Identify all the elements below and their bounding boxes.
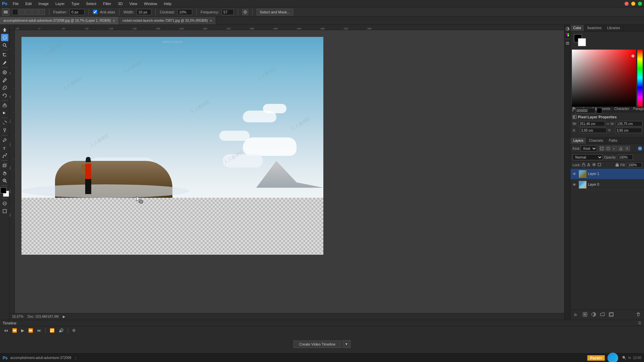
tab-document-1[interactable]: accomplishment-adult-adventure-372098.jp… [0, 17, 119, 25]
props-x-input[interactable] [580, 128, 607, 133]
antialias-checkbox[interactable] [93, 10, 97, 14]
fill-input[interactable] [627, 162, 642, 168]
tab-libraries[interactable]: Libraries [604, 25, 623, 31]
eraser-tool[interactable] [1, 102, 8, 109]
swatches-panel-icon[interactable] [565, 32, 570, 38]
layer-kind-select[interactable]: Kind [581, 145, 597, 152]
filter-shape-btn[interactable] [618, 146, 624, 151]
color-picker-fg-bg[interactable] [0, 187, 9, 197]
menu-select[interactable]: Select [85, 1, 98, 6]
tl-audio-btn[interactable]: 🔊 [57, 327, 65, 334]
screen-mode-tool[interactable] [1, 207, 8, 215]
menu-view[interactable]: View [128, 1, 139, 6]
menu-file[interactable]: File [11, 1, 20, 6]
timeline-menu-icon[interactable]: ☰ [638, 321, 641, 325]
filter-type-btn[interactable]: T [612, 146, 617, 151]
color-hex-input[interactable] [575, 108, 595, 113]
tl-settings-btn[interactable]: ⚙ [71, 327, 77, 334]
filter-adj-btn[interactable] [605, 146, 611, 151]
lock-transparent-btn[interactable] [582, 163, 585, 167]
contrast-input[interactable] [177, 9, 192, 15]
layer-adj-btn[interactable] [590, 311, 597, 318]
tab-2-close[interactable]: ✕ [210, 19, 212, 22]
layer-item-1[interactable]: 👁 Layer 1 [571, 169, 644, 179]
layer-1-name[interactable]: Layer 1 [588, 172, 642, 176]
tl-prev-btn[interactable]: ⏪ [11, 327, 18, 334]
layer-new-btn[interactable] [607, 311, 615, 318]
props-y-input[interactable] [615, 128, 642, 133]
tl-next-btn[interactable]: ⏩ [27, 327, 35, 334]
lock-image-btn[interactable] [587, 163, 591, 167]
lock-position-btn[interactable] [592, 163, 596, 167]
menu-filter[interactable]: Filter [102, 1, 112, 6]
eyedropper-tool[interactable] [1, 59, 8, 66]
tab-1-close[interactable]: ✕ [113, 19, 115, 22]
gradient-tool[interactable] [1, 109, 8, 117]
layers-panel-icon[interactable] [565, 41, 570, 46]
tab-channels[interactable]: Channels [586, 137, 606, 144]
layer-filter-toggle[interactable] [638, 146, 642, 150]
layer-1-visibility[interactable]: 👁 [573, 172, 577, 176]
layer-0-visibility[interactable]: 👁 [573, 183, 577, 187]
hand-tool[interactable] [1, 169, 8, 177]
path-select-tool[interactable] [1, 152, 8, 159]
lock-all-btn[interactable] [615, 163, 619, 167]
color-spectrum-area[interactable] [572, 50, 643, 107]
menu-help[interactable]: Help [162, 1, 173, 6]
layer-delete-btn[interactable] [635, 311, 642, 318]
tl-last-btn[interactable]: ⏭ [36, 327, 43, 334]
tray-search[interactable]: 🔍 [622, 356, 626, 360]
blur-tool[interactable] [1, 119, 8, 126]
status-arrow[interactable]: ▶ [63, 315, 65, 318]
tl-first-btn[interactable]: ⏮ [3, 327, 9, 334]
close-button[interactable] [625, 2, 629, 6]
layer-fx-btn[interactable]: fx [573, 311, 580, 318]
maximize-button[interactable] [638, 2, 642, 6]
width-input[interactable] [137, 9, 151, 15]
select-mask-button[interactable]: Select and Mask... [257, 9, 293, 15]
foreground-color-swatch[interactable] [0, 187, 6, 193]
move-tool[interactable] [1, 26, 8, 34]
create-video-timeline-btn[interactable]: Create Video Timeline [293, 341, 341, 348]
filter-smart-btn[interactable] [625, 146, 630, 151]
layer-group-btn[interactable] [599, 311, 606, 318]
fg-bg-color-boxes[interactable] [574, 34, 586, 46]
tab-swatches[interactable]: Swatches [584, 25, 604, 31]
menu-type[interactable]: Type [70, 1, 81, 6]
props-link-icon[interactable]: ∞ [606, 121, 609, 126]
dodge-tool[interactable] [1, 127, 8, 134]
tab-paths[interactable]: Paths [606, 137, 621, 144]
shape-tool[interactable] [1, 162, 8, 169]
props-h-input[interactable] [616, 121, 643, 126]
frequency-input[interactable] [222, 9, 234, 15]
menu-window[interactable]: Window [143, 1, 158, 6]
tab-color[interactable]: Color [571, 25, 584, 31]
menu-edit[interactable]: Edit [24, 1, 33, 6]
brush-tool[interactable] [1, 76, 8, 84]
tl-play-btn[interactable]: ▶ [20, 327, 25, 334]
layer-0-name[interactable]: Layer 0 [588, 183, 642, 186]
timeline-dropdown-btn[interactable]: ▾ [342, 340, 351, 348]
props-w-input[interactable] [578, 121, 605, 126]
opacity-input[interactable] [618, 155, 633, 160]
crop-tool[interactable] [1, 51, 8, 59]
taskbar-doc1[interactable]: accomplishment-adult-adventure-372098 [10, 356, 71, 360]
history-brush-tool[interactable] [1, 92, 8, 99]
menu-image[interactable]: Image [37, 1, 50, 6]
type-tool[interactable]: T [1, 144, 8, 152]
background-color-box[interactable] [578, 38, 586, 46]
lock-artboard-btn[interactable] [597, 163, 601, 167]
canvas-scroll[interactable]: 人人素材区 人人素材区 人人素材区 人人素材区 人人素材区 人人素材区 人人素材… [15, 30, 564, 313]
tab-layers[interactable]: Layers [571, 137, 586, 144]
canvas-image-area[interactable]: 人人素材区 人人素材区 人人素材区 人人素材区 人人素材区 人人素材区 人人素材… [21, 37, 323, 198]
pen-tool[interactable] [1, 136, 8, 144]
layer-mask-btn[interactable] [581, 311, 589, 318]
menu-layer[interactable]: Layer [54, 1, 66, 6]
color-hue-slider[interactable] [637, 50, 643, 107]
tl-loop-btn[interactable]: 🔁 [48, 327, 56, 334]
feather-input[interactable] [70, 9, 85, 15]
quick-select-tool[interactable] [1, 42, 8, 49]
filter-pixel-btn[interactable] [599, 146, 604, 151]
quick-mask-tool[interactable] [1, 200, 8, 207]
pen-pressure-btn[interactable] [242, 9, 248, 15]
